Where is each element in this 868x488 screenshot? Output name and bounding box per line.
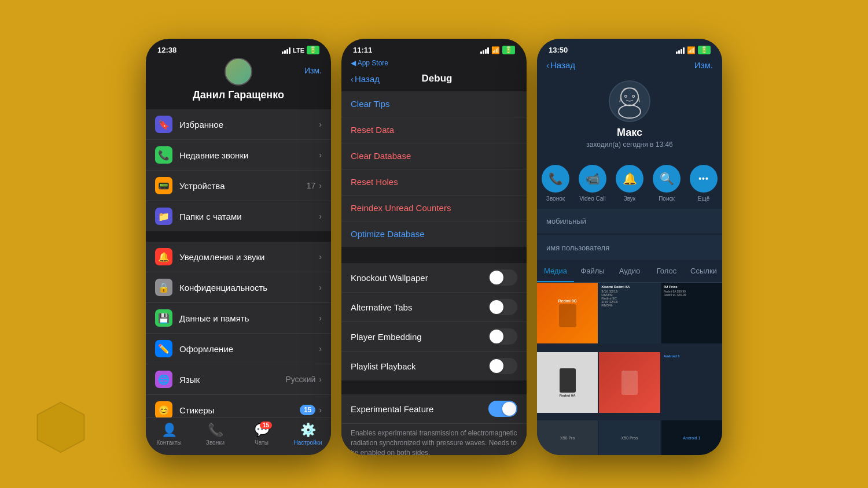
- toggle-playlist[interactable]: Playlist Playback: [341, 352, 527, 380]
- media-item-8[interactable]: X50 Pros: [599, 420, 660, 455]
- media-content-4: Redmi 9A: [537, 352, 598, 413]
- action-sound[interactable]: 🔔 Звук: [616, 165, 643, 202]
- phones-container: 12:38 LTE 🔋 Изм. Данил Гаращенко: [146, 39, 722, 455]
- tab-settings[interactable]: ⚙️ Настройки: [285, 423, 331, 446]
- debug-reset-data[interactable]: Reset Data: [341, 117, 527, 143]
- media-item-1[interactable]: Redmi 9C: [537, 283, 598, 343]
- media-item-9[interactable]: Android 1: [661, 420, 722, 455]
- menu-item-notifications[interactable]: 🔔 Уведомления и звуки ›: [146, 242, 331, 272]
- contacts-tab-icon: 👤: [161, 423, 177, 438]
- menu-item-appearance[interactable]: ✏️ Оформление ›: [146, 334, 331, 364]
- info-mobile: мобильный: [537, 209, 722, 233]
- chevron-icon-7: ›: [319, 313, 322, 323]
- media-tab-label: Медиа: [544, 267, 567, 275]
- stickers-icon: 😊: [155, 401, 172, 417]
- action-more[interactable]: ••• Ещё: [690, 165, 718, 202]
- back-button-3[interactable]: ‹ Назад: [546, 60, 575, 70]
- media-item-7[interactable]: X50 Pro: [537, 420, 598, 455]
- tab-links[interactable]: Ссылки: [685, 261, 722, 282]
- knockout-label: Knockout Wallpaper: [351, 273, 428, 283]
- battery-icon: 🔋: [307, 46, 319, 54]
- app-store-label: ◀ App Store: [351, 59, 388, 67]
- debug-clear-database[interactable]: Clear Database: [341, 143, 527, 169]
- alt-tabs-toggle[interactable]: [488, 299, 517, 315]
- toggle-knockout[interactable]: Knockout Wallpaper: [341, 263, 527, 293]
- tab-media[interactable]: Медиа: [537, 261, 574, 282]
- debug-optimize[interactable]: Optimize Database: [341, 221, 527, 247]
- avatar-svg: [610, 80, 649, 122]
- playlist-label: Playlist Playback: [351, 361, 416, 371]
- debug-reindex[interactable]: Reindex Unread Counters: [341, 195, 527, 221]
- call-circle: 📞: [542, 165, 569, 193]
- toggle-alt-tabs[interactable]: Alternative Tabs: [341, 293, 527, 322]
- menu-item-data[interactable]: 💾 Данные и память ›: [146, 303, 331, 334]
- chevron-icon-5: ›: [319, 252, 322, 261]
- player-embedding-toggle[interactable]: [488, 328, 517, 345]
- experimental-toggle[interactable]: [488, 401, 517, 417]
- sound-circle: 🔔: [616, 165, 643, 193]
- playlist-toggle[interactable]: [488, 358, 517, 374]
- status-icons-2: 📶 🔋: [480, 46, 515, 54]
- stickers-label: Стикеры: [179, 405, 300, 415]
- chevron-icon-4: ›: [319, 212, 322, 221]
- experimental-description: Enables experimental transmission of ele…: [341, 424, 527, 455]
- media-item-6[interactable]: Android 1: [661, 352, 722, 413]
- debug-toggle-section: Knockout Wallpaper Alternative Tabs Play…: [341, 261, 527, 383]
- toggle-player-embedding[interactable]: Player Embedding: [341, 322, 527, 352]
- chevron-icon: ›: [319, 120, 322, 129]
- media-content-3: 4U Price Redmi 8A $39.99 Redmi 9C $49.99: [661, 283, 722, 299]
- menu-item-calls[interactable]: 📞 Недавние звонки ›: [146, 140, 331, 171]
- media-item-2[interactable]: Xiaomi Redmi 8A 3/16 32/16 RM349 Redmi 9…: [599, 283, 660, 343]
- store-items: Redmi 8A $39.99 Redmi 9C $49.99: [664, 290, 720, 297]
- back-button-2[interactable]: ‹ Назад: [351, 74, 380, 84]
- tab-contacts[interactable]: 👤 Контакты: [146, 423, 192, 446]
- debug-clear-tips[interactable]: Clear Tips: [341, 91, 527, 117]
- devices-icon: 📟: [155, 177, 172, 194]
- debug-reset-holes[interactable]: Reset Holes: [341, 169, 527, 195]
- action-video[interactable]: 📹 Video Call: [579, 165, 606, 202]
- debug-red-section: Clear Tips Reset Data Clear Database Res…: [341, 89, 527, 249]
- edit-button-3[interactable]: Изм.: [694, 60, 713, 70]
- toggle-knob-2: [490, 300, 503, 314]
- red-phone-shape: [621, 371, 638, 395]
- media-item-4[interactable]: Redmi 9A: [537, 352, 598, 413]
- menu-item-folders[interactable]: 📁 Папки с чатами ›: [146, 201, 331, 231]
- reset-data-label: Reset Data: [351, 125, 394, 135]
- app-store-nav: ◀ App Store: [341, 58, 527, 71]
- tab-chats[interactable]: 💬 15 Чаты: [238, 423, 285, 446]
- svg-marker-0: [38, 402, 84, 452]
- toggle-knob-exp: [502, 402, 516, 416]
- nav-bar-2: ‹ Назад Debug: [341, 71, 527, 89]
- folders-label: Папки с чатами: [179, 212, 319, 221]
- chevron-icon-8: ›: [319, 344, 322, 353]
- menu-section-2: 🔔 Уведомления и звуки › 🔒 Конфиденциальн…: [146, 242, 331, 417]
- menu-item-favorites[interactable]: 🔖 Избранное ›: [146, 109, 331, 140]
- nav-bar-3: ‹ Назад Изм.: [537, 58, 722, 75]
- menu-item-devices[interactable]: 📟 Устройства 17 ›: [146, 171, 331, 201]
- tab-voice[interactable]: Голос: [648, 261, 685, 282]
- more-circle: •••: [690, 165, 718, 193]
- menu-item-language[interactable]: 🌐 Язык Русский ›: [146, 364, 331, 395]
- language-label: Язык: [179, 375, 285, 385]
- alt-tabs-label: Alternative Tabs: [351, 302, 412, 312]
- tab-calls[interactable]: 📞 Звонки: [192, 423, 238, 446]
- media-item-5[interactable]: [599, 352, 660, 413]
- action-call[interactable]: 📞 Звонок: [542, 165, 569, 202]
- phone-settings: 12:38 LTE 🔋 Изм. Данил Гаращенко: [146, 39, 331, 455]
- redmi9a-label: Redmi 9A: [560, 394, 576, 397]
- language-icon: 🌐: [155, 371, 172, 388]
- clear-database-label: Clear Database: [351, 151, 411, 161]
- mobile-label: мобильный: [546, 217, 586, 225]
- optimize-label: Optimize Database: [351, 229, 425, 239]
- experimental-toggle-row[interactable]: Experimental Feature: [341, 394, 527, 424]
- menu-item-stickers[interactable]: 😊 Стикеры 15 ›: [146, 395, 331, 417]
- edit-button[interactable]: Изм.: [304, 66, 322, 75]
- action-search[interactable]: 🔍 Поиск: [653, 165, 681, 202]
- tab-files[interactable]: Файлы: [574, 261, 611, 282]
- status-icons-3: 📶 🔋: [676, 46, 711, 54]
- tab-audio[interactable]: Аудио: [611, 261, 648, 282]
- knockout-toggle[interactable]: [488, 269, 517, 286]
- menu-item-privacy[interactable]: 🔒 Конфиденциальность ›: [146, 272, 331, 303]
- media-item-3[interactable]: 4U Price Redmi 8A $39.99 Redmi 9C $49.99: [661, 283, 722, 343]
- reset-holes-label: Reset Holes: [351, 177, 398, 187]
